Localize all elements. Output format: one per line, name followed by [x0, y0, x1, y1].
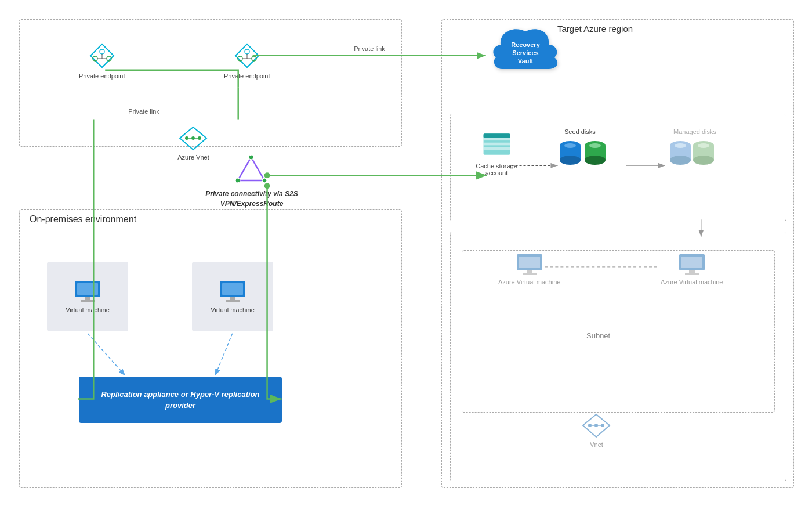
azure-vm-1-group: Azure Virtual machine: [498, 253, 560, 286]
seed-disks-icons: [557, 137, 615, 178]
svg-point-66: [588, 424, 592, 427]
azure-vnet-icon: [177, 125, 209, 151]
svg-point-34: [560, 156, 581, 165]
svg-rect-50: [85, 297, 90, 300]
svg-rect-53: [222, 283, 243, 295]
vpn-icon-group: Private connectivity via S2S VPN/Express…: [235, 154, 267, 186]
azure-vnet-label: Azure Vnet: [177, 154, 209, 161]
vpn-expressroute-icon: [235, 154, 267, 186]
azure-vm-2-label: Azure Virtual machine: [661, 279, 723, 286]
cache-storage-group: Cache storage account: [470, 128, 523, 176]
svg-point-4: [100, 49, 104, 54]
svg-point-38: [585, 156, 606, 165]
target-region-label: Target Azure region: [557, 24, 633, 34]
replication-appliance-box: Replication appliance or Hyper-V replica…: [79, 377, 282, 423]
svg-text:Vault: Vault: [518, 57, 534, 64]
svg-point-42: [670, 156, 691, 165]
vm-box-1: Virtual machine: [47, 262, 128, 331]
private-endpoint-2: Private endpoint: [224, 41, 270, 80]
svg-rect-30: [483, 147, 510, 150]
target-vnet-icon: [581, 413, 612, 439]
private-endpoint-2-label: Private endpoint: [224, 73, 270, 80]
svg-point-19: [185, 136, 188, 140]
svg-point-65: [594, 424, 598, 427]
seed-disks-label: Seed disks: [564, 128, 596, 135]
vpn-connectivity-label: Private connectivity via S2S VPN/Express…: [205, 189, 298, 209]
svg-rect-55: [226, 300, 240, 302]
svg-rect-59: [523, 273, 536, 275]
private-endpoint-1-label: Private endpoint: [79, 73, 125, 80]
svg-point-20: [198, 136, 201, 140]
svg-rect-63: [685, 273, 699, 275]
svg-point-46: [693, 156, 714, 165]
private-endpoint-1-icon: [88, 41, 117, 70]
svg-point-25: [235, 178, 240, 183]
azure-vm-2-icon: [677, 253, 706, 276]
svg-rect-51: [81, 300, 95, 302]
recovery-vault-cloud: Recovery Services Vault: [488, 23, 563, 92]
svg-rect-57: [519, 256, 540, 268]
svg-rect-58: [527, 270, 532, 273]
vm-box-2: Virtual machine: [192, 262, 273, 331]
private-endpoint-2-icon: [233, 41, 262, 70]
managed-disks-icons: [668, 137, 726, 178]
svg-point-26: [262, 178, 267, 183]
cache-storage-label: Cache storage account: [470, 162, 523, 176]
svg-rect-62: [689, 270, 695, 273]
svg-point-18: [191, 136, 195, 140]
svg-point-43: [675, 143, 686, 148]
vm-1-label: Virtual machine: [66, 306, 110, 313]
vm-2-icon: [218, 280, 247, 303]
svg-rect-29: [483, 143, 510, 146]
svg-point-39: [589, 143, 601, 148]
target-vnet-group: Vnet: [581, 413, 612, 448]
svg-point-24: [249, 155, 253, 160]
svg-point-35: [564, 143, 576, 148]
svg-rect-28: [483, 138, 510, 141]
private-endpoint-1: Private endpoint: [79, 41, 125, 80]
svg-rect-31: [483, 133, 510, 138]
onprem-label: On-premises environment: [30, 214, 136, 225]
subnet-label: Subnet: [586, 331, 610, 340]
azure-vm-1-label: Azure Virtual machine: [498, 279, 560, 286]
target-vnet-label: Vnet: [590, 441, 603, 448]
onprem-box: [19, 209, 402, 488]
vm-2-label: Virtual machine: [211, 306, 255, 313]
svg-text:Services: Services: [512, 49, 538, 56]
svg-rect-61: [682, 256, 702, 268]
azure-vm-1-icon: [515, 253, 544, 276]
source-environment-box: [19, 19, 402, 147]
svg-point-67: [601, 424, 604, 427]
azure-vm-2-group: Azure Virtual machine: [661, 253, 723, 286]
azure-vnet-icon-group: Azure Vnet: [177, 125, 209, 161]
svg-point-11: [245, 49, 249, 54]
cache-storage-icon: [481, 128, 513, 160]
replication-appliance-label: Replication appliance or Hyper-V replica…: [90, 389, 270, 411]
svg-point-47: [698, 143, 709, 148]
svg-rect-54: [230, 297, 235, 300]
svg-rect-49: [77, 283, 98, 295]
svg-text:Recovery: Recovery: [511, 41, 540, 48]
svg-marker-23: [238, 157, 264, 180]
vm-1-icon: [73, 280, 102, 303]
managed-disks-label: Managed disks: [673, 128, 716, 135]
